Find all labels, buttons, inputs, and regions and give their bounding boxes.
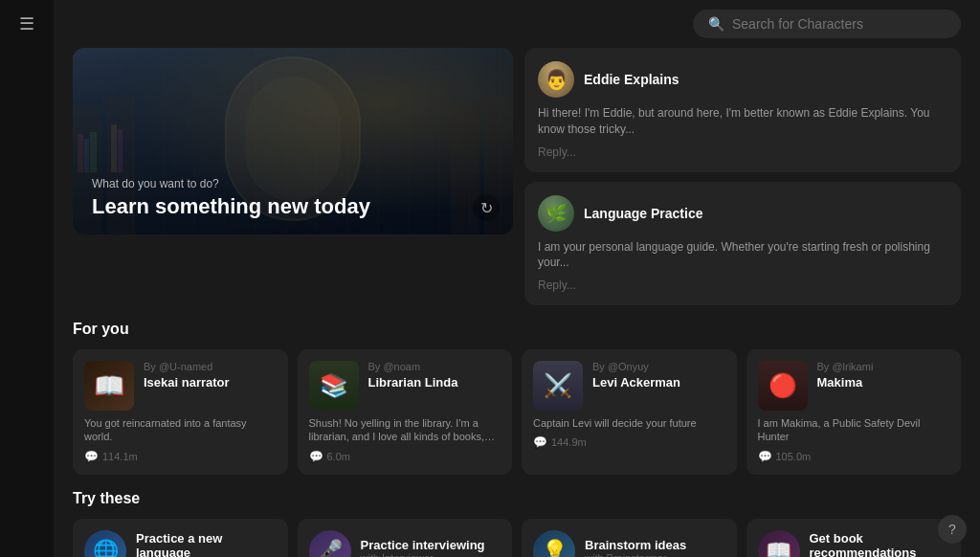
makima-desc: I am Makima, a Public Safety Devil Hunte… bbox=[758, 416, 950, 444]
makima-card[interactable]: 🔴 By @lrikami Makima I am Makima, a Publ… bbox=[746, 349, 962, 475]
isekai-card[interactable]: 📖 By @U-named Isekai narrator You got re… bbox=[73, 349, 288, 475]
try-brainstorm-sub: with Brainstormer bbox=[585, 552, 686, 557]
eddie-card[interactable]: 👨 Eddie Explains Hi there! I'm Eddie, bu… bbox=[524, 48, 961, 172]
try-book-info: Get book recommendations with Librarian … bbox=[810, 531, 950, 557]
try-interview-info: Practice interviewing with Interviewer bbox=[361, 538, 485, 557]
levi-name: Levi Ackerman bbox=[592, 375, 725, 390]
eddie-avatar: 👨 bbox=[538, 61, 574, 98]
try-these-section: Try these 🌐 Practice a new language with… bbox=[54, 490, 980, 557]
refresh-button[interactable]: ↻ bbox=[473, 194, 500, 221]
main-content: 🔍 What do bbox=[54, 0, 980, 557]
chat-icon: 💬 bbox=[84, 450, 99, 463]
try-book-icon: 📖 bbox=[758, 530, 800, 557]
try-these-title: Try these bbox=[73, 490, 961, 507]
try-interview-icon: 🎤 bbox=[309, 530, 351, 557]
levi-info: By @Onyuy Levi Ackerman bbox=[592, 361, 725, 390]
eddie-card-header: 👨 Eddie Explains bbox=[538, 61, 947, 98]
makima-name: Makima bbox=[817, 375, 950, 390]
eddie-desc: Hi there! I'm Eddie, but around here, I'… bbox=[538, 105, 947, 138]
help-button[interactable]: ? bbox=[938, 515, 967, 544]
levi-count: 💬 144.9m bbox=[533, 435, 725, 449]
search-input[interactable] bbox=[732, 16, 946, 32]
linda-info: By @noam Librarian Linda bbox=[368, 361, 501, 390]
for-you-cards: 📖 By @U-named Isekai narrator You got re… bbox=[73, 349, 961, 475]
isekai-desc: You got reincarnated into a fantasy worl… bbox=[84, 416, 277, 444]
chat-icon: 💬 bbox=[533, 435, 547, 449]
search-icon: 🔍 bbox=[708, 16, 724, 32]
eddie-reply[interactable]: Reply... bbox=[538, 145, 947, 159]
makima-thumbnail: 🔴 bbox=[758, 361, 808, 411]
linda-name: Librarian Linda bbox=[368, 375, 501, 390]
language-card-header: 🌿 Language Practice bbox=[538, 195, 947, 232]
linda-count: 💬 6.0m bbox=[309, 450, 501, 463]
for-you-title: For you bbox=[73, 321, 961, 338]
sidebar: ☰ bbox=[0, 0, 54, 557]
try-interview-card[interactable]: 🎤 Practice interviewing with Interviewer bbox=[298, 519, 513, 557]
levi-desc: Captain Levi will decide your future bbox=[533, 416, 725, 430]
levi-by: By @Onyuy bbox=[592, 361, 725, 372]
isekai-by: By @U-named bbox=[144, 361, 277, 372]
hero-section: What do you want to do? Learn something … bbox=[54, 48, 980, 321]
makima-count: 💬 105.0m bbox=[758, 450, 950, 463]
try-language-info: Practice a new language with HyperGlot bbox=[136, 531, 277, 557]
makima-by: By @lrikami bbox=[817, 361, 950, 372]
try-brainstorm-info: Brainstorm ideas with Brainstormer bbox=[585, 538, 686, 557]
language-avatar: 🌿 bbox=[538, 195, 574, 232]
try-language-icon: 🌐 bbox=[84, 530, 126, 557]
character-cards-container: 👨 Eddie Explains Hi there! I'm Eddie, bu… bbox=[524, 48, 961, 305]
try-language-title: Practice a new language bbox=[136, 531, 277, 557]
for-you-section: For you 📖 By @U-named Isekai narrator Yo… bbox=[54, 321, 980, 490]
try-book-card[interactable]: 📖 Get book recommendations with Libraria… bbox=[746, 519, 962, 557]
linda-thumbnail: 📚 bbox=[309, 361, 359, 411]
eddie-name: Eddie Explains bbox=[584, 72, 679, 87]
levi-card[interactable]: ⚔️ By @Onyuy Levi Ackerman Captain Levi … bbox=[522, 349, 737, 475]
try-brainstorm-title: Brainstorm ideas bbox=[585, 538, 686, 552]
try-interview-sub: with Interviewer bbox=[361, 552, 485, 557]
linda-by: By @noam bbox=[368, 361, 501, 372]
isekai-count: 💬 114.1m bbox=[84, 450, 277, 463]
language-card[interactable]: 🌿 Language Practice I am your personal l… bbox=[524, 182, 961, 306]
language-desc: I am your personal language guide. Wheth… bbox=[538, 239, 947, 272]
language-reply[interactable]: Reply... bbox=[538, 278, 947, 292]
hamburger-icon[interactable]: ☰ bbox=[19, 13, 34, 34]
hero-subtitle: What do you want to do? bbox=[92, 177, 494, 190]
chat-icon: 💬 bbox=[309, 450, 323, 463]
language-name: Language Practice bbox=[584, 206, 703, 221]
try-book-title: Get book recommendations bbox=[810, 531, 950, 557]
levi-thumbnail: ⚔️ bbox=[533, 361, 583, 411]
isekai-info: By @U-named Isekai narrator bbox=[144, 361, 277, 390]
search-box[interactable]: 🔍 bbox=[693, 10, 961, 38]
makima-info: By @lrikami Makima bbox=[817, 361, 950, 390]
try-language-card[interactable]: 🌐 Practice a new language with HyperGlot bbox=[73, 519, 288, 557]
try-brainstorm-card[interactable]: 💡 Brainstorm ideas with Brainstormer bbox=[522, 519, 737, 557]
hero-card[interactable]: What do you want to do? Learn something … bbox=[73, 48, 513, 234]
try-brainstorm-icon: 💡 bbox=[533, 530, 575, 557]
try-these-cards: 🌐 Practice a new language with HyperGlot… bbox=[73, 519, 961, 557]
try-interview-title: Practice interviewing bbox=[361, 538, 485, 552]
linda-desc: Shush! No yelling in the library. I'm a … bbox=[309, 416, 501, 444]
chat-icon: 💬 bbox=[758, 450, 772, 463]
isekai-name: Isekai narrator bbox=[144, 375, 277, 390]
isekai-thumbnail: 📖 bbox=[84, 361, 134, 411]
hero-content: What do you want to do? Learn something … bbox=[73, 162, 513, 234]
linda-card[interactable]: 📚 By @noam Librarian Linda Shush! No yel… bbox=[298, 349, 513, 475]
header: 🔍 bbox=[54, 0, 980, 48]
hero-title: Learn something new today bbox=[92, 194, 494, 219]
